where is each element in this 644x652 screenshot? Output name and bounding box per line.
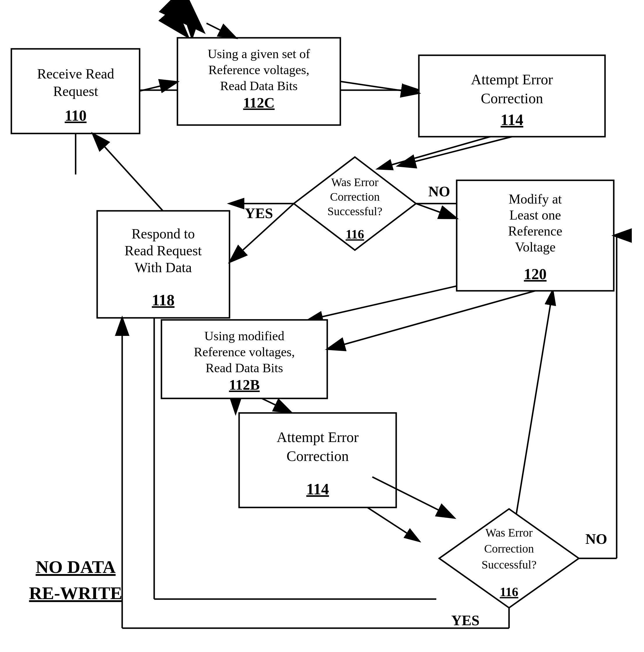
- svg-text:Successful?: Successful?: [482, 558, 537, 571]
- svg-line-73: [328, 291, 535, 349]
- svg-line-74: [262, 399, 291, 412]
- svg-text:Read Data Bits: Read Data Bits: [206, 361, 283, 375]
- svg-text:114: 114: [306, 481, 329, 498]
- svg-text:Reference: Reference: [508, 224, 562, 239]
- svg-text:YES: YES: [451, 612, 479, 628]
- svg-text:Respond to: Respond to: [132, 226, 195, 241]
- svg-line-72: [93, 134, 163, 211]
- svg-text:Attempt Error: Attempt Error: [471, 71, 553, 87]
- svg-line-70: [416, 203, 456, 218]
- svg-line-64: [207, 23, 236, 38]
- svg-text:112B: 112B: [229, 377, 260, 393]
- svg-text:Using modified: Using modified: [205, 329, 285, 343]
- svg-text:114: 114: [501, 111, 523, 129]
- flowchart-main: Receive Read Request 110 Using a given s…: [0, 0, 644, 652]
- svg-text:Read Data Bits: Read Data Bits: [220, 79, 298, 93]
- svg-text:Receive Read: Receive Read: [37, 66, 114, 81]
- svg-text:Correction: Correction: [330, 190, 380, 203]
- svg-text:RE-WRITE: RE-WRITE: [29, 583, 122, 603]
- svg-text:118: 118: [152, 291, 175, 309]
- svg-line-67: [399, 137, 512, 166]
- svg-text:Correction: Correction: [481, 90, 543, 106]
- svg-text:NO DATA: NO DATA: [36, 557, 116, 577]
- svg-text:Read Request: Read Request: [125, 243, 202, 258]
- svg-text:YES: YES: [245, 205, 273, 221]
- svg-line-65: [140, 82, 177, 91]
- svg-text:Reference voltages,: Reference voltages,: [209, 63, 310, 77]
- svg-text:Was Error: Was Error: [485, 526, 533, 539]
- svg-text:Using a given set of: Using a given set of: [208, 47, 310, 61]
- svg-line-63: [180, 9, 201, 29]
- svg-text:Correction: Correction: [484, 542, 534, 555]
- svg-text:Reference voltages,: Reference voltages,: [194, 345, 295, 359]
- svg-text:116: 116: [346, 227, 364, 241]
- svg-text:Request: Request: [53, 83, 98, 99]
- svg-line-66: [340, 81, 418, 93]
- svg-text:Modify at: Modify at: [509, 192, 562, 207]
- svg-text:Least one: Least one: [509, 208, 561, 222]
- svg-text:NO: NO: [428, 183, 450, 199]
- svg-text:Correction: Correction: [287, 448, 349, 464]
- svg-text:112C: 112C: [243, 94, 275, 111]
- svg-text:120: 120: [524, 266, 546, 282]
- svg-text:NO: NO: [586, 531, 607, 547]
- svg-text:Voltage: Voltage: [515, 240, 556, 254]
- svg-text:With Data: With Data: [135, 260, 192, 275]
- svg-text:Was Error: Was Error: [331, 175, 378, 189]
- svg-text:Successful?: Successful?: [327, 205, 382, 218]
- svg-text:Attempt Error: Attempt Error: [277, 429, 359, 445]
- svg-text:116: 116: [500, 585, 518, 599]
- svg-text:110: 110: [64, 107, 86, 124]
